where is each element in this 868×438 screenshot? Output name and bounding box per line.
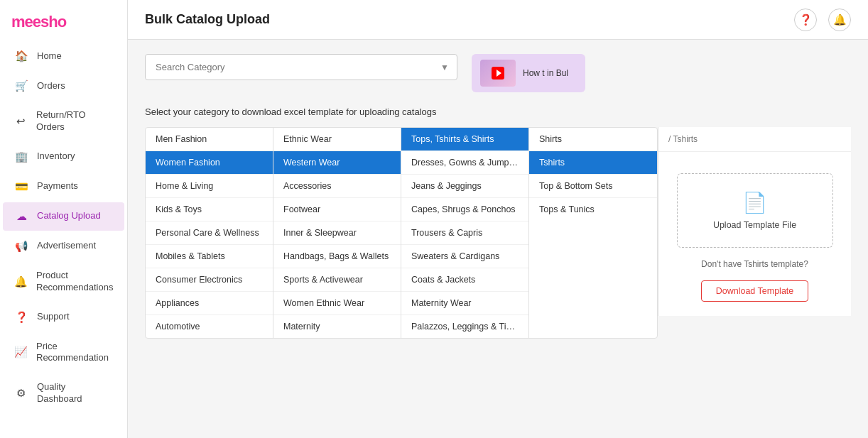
cat-palazzos[interactable]: Palazzos, Leggings & Tights: [401, 315, 528, 338]
main-content: ▼ How t in Bul Select your category to d…: [128, 40, 868, 438]
sidebar-item-quality-dashboard[interactable]: ⚙ Quality Dashboard: [3, 373, 124, 413]
sidebar-item-label: Catalog Upload: [37, 210, 101, 222]
sidebar: meesho 🏠 Home 🛒 Orders ↩ Return/RTO Orde…: [0, 0, 128, 438]
sidebar-item-return-rto[interactable]: ↩ Return/RTO Orders: [3, 102, 124, 141]
main-area: Bulk Catalog Upload ❓ 🔔 ▼ How t in Bul S…: [128, 0, 868, 438]
sidebar-item-label: Inventory: [37, 150, 75, 163]
cat-inner-sleepwear[interactable]: Inner & Sleepwear: [273, 221, 401, 245]
sidebar-item-home[interactable]: 🏠 Home: [3, 42, 124, 70]
right-panel: / Tshirts 📄 Upload Template File Don't h…: [658, 127, 851, 316]
sidebar-item-label: Quality Dashboard: [37, 381, 113, 405]
category-col-4: Shirts Tshirts Top & Bottom Sets Tops & …: [529, 128, 657, 338]
advertisement-icon: 📢: [14, 240, 28, 253]
cat-tops-tshirts-shirts[interactable]: Tops, Tshirts & Shirts: [401, 128, 528, 151]
dont-have-text: Don't have Tshirts template?: [701, 259, 808, 269]
cat-jeans-jeggings[interactable]: Jeans & Jeggings: [401, 175, 528, 198]
upload-icon: 📄: [742, 191, 767, 214]
upload-box[interactable]: 📄 Upload Template File: [677, 173, 833, 248]
cat-dresses-gowns[interactable]: Dresses, Gowns & Jumpsuits: [401, 151, 528, 175]
cat-western-wear[interactable]: Western Wear: [273, 151, 401, 175]
page-title: Bulk Catalog Upload: [145, 12, 270, 27]
breadcrumb: / Tshirts: [658, 127, 851, 152]
sidebar-item-label: Price Recommendation: [36, 341, 113, 365]
product-recommendations-icon: 🔔: [14, 275, 28, 288]
cat-shirts[interactable]: Shirts: [529, 128, 657, 151]
sidebar-item-price-recommendation[interactable]: 📈 Price Recommendation: [3, 333, 124, 373]
sidebar-item-label: Home: [37, 50, 62, 62]
cat-trousers-capris[interactable]: Trousers & Capris: [401, 221, 528, 245]
sidebar-item-product-recommendations[interactable]: 🔔 Product Recommendations: [3, 262, 124, 302]
cat-sweaters-cardigans[interactable]: Sweaters & Cardigans: [401, 245, 528, 268]
cat-accessories[interactable]: Accessories: [273, 175, 401, 198]
sidebar-item-label: Product Recommendations: [36, 270, 113, 294]
app-logo: meesho: [0, 0, 127, 41]
return-icon: ↩: [14, 115, 28, 128]
cat-top-bottom-sets[interactable]: Top & Bottom Sets: [529, 175, 657, 198]
video-label: How t in Bul: [523, 67, 568, 80]
cat-home-living[interactable]: Home & Living: [146, 175, 273, 198]
cat-consumer-electronics[interactable]: Consumer Electronics: [146, 268, 273, 292]
cat-men-fashion[interactable]: Men Fashion: [146, 128, 273, 151]
cat-maternity-wear[interactable]: Maternity Wear: [401, 292, 528, 315]
payments-icon: 💳: [14, 180, 28, 193]
header-icons: ❓ 🔔: [794, 9, 851, 31]
inventory-icon: 🏢: [14, 150, 28, 163]
video-thumbnail[interactable]: How t in Bul: [472, 54, 585, 92]
cat-ethnic-wear[interactable]: Ethnic Wear: [273, 128, 401, 151]
cat-mobiles-tablets[interactable]: Mobiles & Tablets: [146, 245, 273, 268]
cat-sports-activewear[interactable]: Sports & Activewear: [273, 268, 401, 292]
help-button[interactable]: ❓: [794, 9, 817, 31]
cat-capes-shrugs[interactable]: Capes, Shrugs & Ponchos: [401, 198, 528, 221]
cat-footwear[interactable]: Footwear: [273, 198, 401, 221]
page-header: Bulk Catalog Upload ❓ 🔔: [128, 0, 868, 40]
sidebar-item-advertisement[interactable]: 📢 Advertisement: [3, 232, 124, 261]
price-recommendation-icon: 📈: [14, 346, 28, 358]
category-selection-area: Men Fashion Women Fashion Home & Living …: [145, 127, 851, 339]
top-row: ▼ How t in Bul: [145, 54, 851, 92]
cat-maternity[interactable]: Maternity: [273, 315, 401, 338]
catalog-upload-icon: ☁: [14, 210, 28, 223]
sidebar-item-label: Payments: [37, 180, 78, 192]
cat-personal-care[interactable]: Personal Care & Wellness: [146, 221, 273, 245]
orders-icon: 🛒: [14, 80, 28, 92]
play-icon: [492, 67, 504, 80]
quality-dashboard-icon: ⚙: [14, 387, 28, 400]
sidebar-item-inventory[interactable]: 🏢 Inventory: [3, 143, 124, 171]
sidebar-item-label: Support: [37, 311, 70, 323]
sidebar-item-support[interactable]: ❓ Support: [3, 303, 124, 332]
cat-women-ethnic[interactable]: Women Ethnic Wear: [273, 292, 401, 315]
cat-tshirts[interactable]: Tshirts: [529, 151, 657, 175]
cat-automotive[interactable]: Automotive: [146, 315, 273, 338]
sidebar-item-catalog-upload[interactable]: ☁ Catalog Upload: [3, 202, 124, 231]
category-col-2: Ethnic Wear Western Wear Accessories Foo…: [273, 128, 401, 338]
search-wrapper: ▼: [145, 54, 457, 80]
notification-button[interactable]: 🔔: [828, 9, 851, 31]
upload-label: Upload Template File: [713, 220, 796, 230]
category-col-1: Men Fashion Women Fashion Home & Living …: [146, 128, 273, 338]
download-template-button[interactable]: Download Template: [701, 280, 809, 302]
cat-kids-toys[interactable]: Kids & Toys: [146, 198, 273, 221]
sidebar-item-orders[interactable]: 🛒 Orders: [3, 72, 124, 100]
upload-section: 📄 Upload Template File Don't have Tshirt…: [658, 152, 851, 316]
category-columns: Men Fashion Women Fashion Home & Living …: [145, 127, 658, 339]
cat-tops-tunics[interactable]: Tops & Tunics: [529, 198, 657, 221]
sidebar-item-label: Advertisement: [37, 240, 96, 252]
support-icon: ❓: [14, 311, 28, 324]
cat-handbags[interactable]: Handbags, Bags & Wallets: [273, 245, 401, 268]
category-instruction: Select your category to download excel t…: [145, 106, 851, 117]
sidebar-item-label: Return/RTO Orders: [36, 109, 113, 133]
search-input[interactable]: [145, 54, 457, 80]
category-col-3: Tops, Tshirts & Shirts Dresses, Gowns & …: [401, 128, 529, 338]
home-icon: 🏠: [14, 50, 28, 62]
cat-coats-jackets[interactable]: Coats & Jackets: [401, 268, 528, 292]
sidebar-item-payments[interactable]: 💳 Payments: [3, 173, 124, 201]
cat-appliances[interactable]: Appliances: [146, 292, 273, 315]
video-image: [480, 60, 516, 87]
sidebar-item-label: Orders: [37, 80, 65, 92]
cat-women-fashion[interactable]: Women Fashion: [146, 151, 273, 175]
